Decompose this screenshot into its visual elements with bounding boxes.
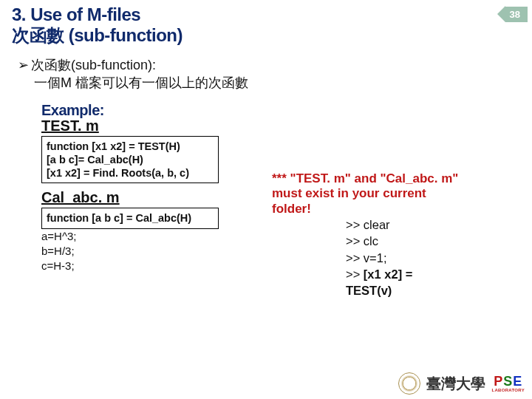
note-line-1: *** "TEST. m" and "Cal_abc. m" <box>272 171 508 186</box>
bullet-arrow-icon: ➢ <box>18 58 29 72</box>
cmd-line: >> clear <box>346 216 508 233</box>
title-line-1: 3. Use of M-files <box>12 4 520 25</box>
code-line: function [a b c] = Cal_abc(H) <box>47 211 214 225</box>
example-label: Example: <box>41 102 514 119</box>
bullet-heading: ➢次函數(sub-function): <box>18 56 514 74</box>
code-line: function [x1 x2] = TEST(H) <box>47 140 214 153</box>
code-line: [x1 x2] = Find. Roots(a, b, c) <box>47 166 214 180</box>
right-column: *** "TEST. m" and "Cal_abc. m" must exis… <box>272 171 508 299</box>
slide-title: 3. Use of M-files 次函數 (sub-function) <box>0 0 532 50</box>
code-box-test: function [x1 x2] = TEST(H) [a b c]= Cal_… <box>41 136 219 183</box>
title-line-2: 次函數 (sub-function) <box>12 24 520 47</box>
note-line-2: must exist in your current <box>272 186 508 201</box>
code-line: [a b c]= Cal_abc(H) <box>47 153 214 166</box>
cmd-bold: TEST(v) <box>346 284 392 297</box>
page-number-banner: 38 <box>497 6 528 22</box>
university-seal-icon <box>398 372 420 395</box>
footer: 臺灣大學 PSE LABORATORY <box>398 372 525 395</box>
code-box-calabc: function [a b c] = Cal_abc(H) <box>41 208 219 228</box>
bullet-subtext: 一個M 檔案可以有一個以上的次函數 <box>34 74 514 92</box>
cmd-line: >> [x1 x2] = <box>346 266 508 282</box>
filename-test: TEST. m <box>41 117 514 134</box>
cmd-line: >> clc <box>346 233 508 249</box>
university-name: 臺灣大學 <box>426 374 485 394</box>
cmd-bold: [x1 x2] = <box>364 267 413 281</box>
pse-lab-label: LABORATORY <box>491 388 525 392</box>
cmd-line: TEST(v) <box>346 282 508 299</box>
page-number-arrow <box>497 6 505 22</box>
page-number: 38 <box>505 7 528 22</box>
note-line-3: folder! <box>272 202 508 216</box>
cmd-prompt: >> <box>346 267 364 281</box>
cmd-line: >> v=1; <box>346 250 508 266</box>
bullet-heading-text: 次函數(sub-function): <box>31 58 156 72</box>
pse-letters: PSE <box>491 375 525 388</box>
pse-logo: PSE LABORATORY <box>491 375 525 392</box>
command-block: >> clear >> clc >> v=1; >> [x1 x2] = TES… <box>346 216 508 299</box>
